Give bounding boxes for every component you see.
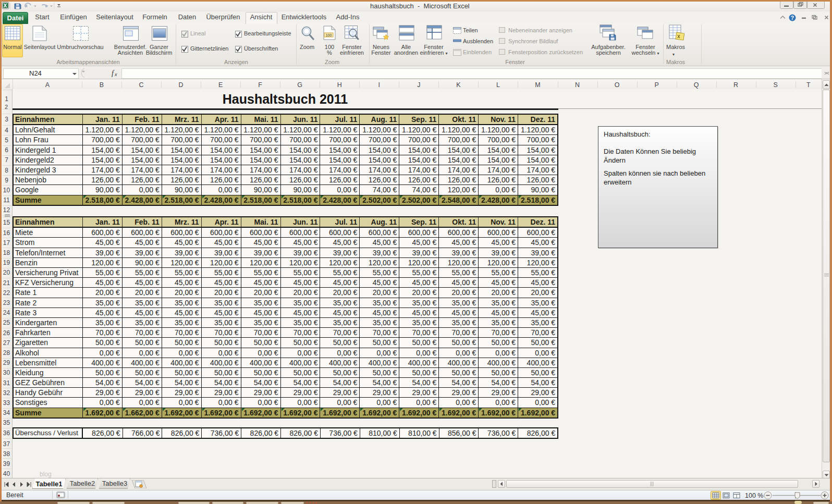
svg-text:x: x [114,72,117,77]
svg-text:?: ? [791,15,794,21]
svg-text:100: 100 [326,33,332,37]
